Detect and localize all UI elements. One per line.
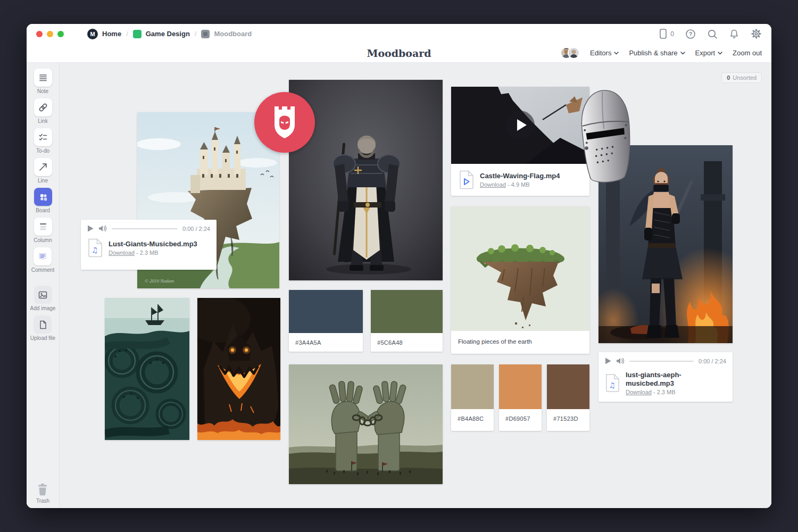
volume-button[interactable] — [616, 358, 625, 364]
image-card-sea-creature[interactable] — [105, 298, 189, 440]
video-card-castle-flag[interactable]: Castle-Waving-Flag.mp4 Download - 4.9 MB — [451, 87, 589, 196]
board-icon-green — [133, 30, 142, 38]
avatar[interactable] — [568, 47, 580, 59]
file-name: Lust-Giants-Musicbed.mp3 — [109, 240, 197, 248]
publish-share-button[interactable]: Publish & share — [629, 49, 685, 57]
todo-icon — [38, 132, 48, 142]
file-name: Castle-Waving-Flag.mp4 — [480, 172, 560, 180]
progress-bar[interactable] — [629, 361, 694, 362]
play-button[interactable] — [87, 225, 94, 232]
help-button[interactable]: ? — [685, 29, 696, 39]
export-button[interactable]: Export — [695, 49, 723, 57]
chevron-down-icon — [680, 52, 685, 55]
tool-note[interactable]: Note — [34, 69, 52, 94]
tool-todo[interactable]: To-do — [34, 128, 52, 154]
editors-label: Editors — [590, 49, 611, 57]
minimize-window-button[interactable] — [47, 31, 53, 37]
breadcrumb-project-label: Game Design — [146, 30, 190, 38]
board-icon-gray — [201, 30, 210, 38]
tool-link[interactable]: Link — [34, 98, 52, 124]
breadcrumb-separator: / — [195, 30, 197, 38]
chevron-down-icon — [614, 52, 619, 55]
unsorted-count: 0 — [727, 74, 730, 81]
zoom-out-button[interactable]: Zoom out — [733, 49, 762, 57]
device-preview-button[interactable]: 0 — [658, 28, 674, 39]
mp4-file-icon — [459, 170, 475, 189]
audio-card-lust-giants[interactable]: 0:00 / 2:24 ♫ Lust-Giants-Musicbed.mp3 D… — [81, 220, 217, 270]
board-icon — [38, 192, 48, 202]
floating-island-image — [451, 206, 589, 331]
breadcrumb-current: Moodboard — [201, 30, 252, 38]
unsorted-label: Unsorted — [733, 74, 757, 81]
tool-label: Comment — [31, 267, 54, 273]
image-card-fire-demon[interactable] — [197, 298, 280, 440]
color-block[interactable] — [289, 290, 363, 333]
download-link[interactable]: Download — [626, 389, 652, 395]
unsorted-badge[interactable]: 0 Unsorted — [721, 72, 762, 83]
trash-icon — [36, 483, 49, 496]
download-link[interactable]: Download — [480, 181, 506, 188]
play-button[interactable] — [605, 358, 611, 364]
breadcrumb-home-label: Home — [102, 30, 121, 38]
shield-crest-icon — [254, 92, 315, 153]
tool-column[interactable]: Column — [34, 218, 52, 243]
download-link[interactable]: Download — [109, 250, 135, 256]
audio-card-lust-giants-aeph[interactable]: 0:00 / 2:24 ♫ lust-giants-aeph-musicbed.… — [598, 352, 733, 402]
close-window-button[interactable] — [36, 31, 43, 37]
color-swatch-card[interactable]: #D69057 — [499, 364, 542, 431]
svg-text:♫: ♫ — [92, 246, 98, 254]
comment-icon — [38, 252, 47, 261]
settings-button[interactable] — [751, 28, 762, 39]
image-knight-helmet[interactable] — [570, 84, 641, 187]
image-caption: Floating pieces of the earth — [451, 331, 589, 352]
color-swatch-card[interactable]: #71523D — [547, 364, 589, 431]
image-card-floating-island[interactable]: Floating pieces of the earth — [451, 206, 589, 354]
help-icon: ? — [685, 29, 696, 39]
breadcrumb-project[interactable]: Game Design — [133, 30, 190, 38]
color-block[interactable] — [499, 364, 542, 409]
volume-button[interactable] — [98, 225, 107, 232]
color-block[interactable] — [371, 290, 443, 333]
progress-bar[interactable] — [112, 228, 178, 229]
titlebar: M Home / Game Design / Moodboard 0 — [27, 24, 771, 44]
meta-separator: - — [136, 250, 138, 256]
device-icon — [658, 28, 668, 39]
color-swatch-card[interactable]: #3A4A5A — [289, 290, 363, 352]
tool-label: Upload file — [30, 335, 55, 341]
gear-icon — [751, 28, 762, 39]
line-arrow-icon — [38, 162, 48, 172]
app-window: M Home / Game Design / Moodboard 0 — [27, 24, 771, 508]
editors-menu-button[interactable]: Editors — [590, 49, 619, 57]
maximize-window-button[interactable] — [57, 31, 64, 37]
breadcrumb: M Home / Game Design / Moodboard — [87, 29, 252, 39]
trash[interactable]: Trash — [36, 483, 49, 504]
breadcrumb-home[interactable]: M Home — [87, 29, 121, 39]
color-block[interactable] — [547, 364, 589, 409]
tool-upload-file[interactable]: Upload file — [30, 315, 55, 341]
tool-comment[interactable]: Comment — [31, 247, 54, 273]
board-canvas[interactable]: Note Link To-do — [27, 63, 771, 508]
color-hex-label: #3A4A5A — [289, 333, 363, 353]
color-swatch-card[interactable]: #5C6A48 — [371, 290, 443, 352]
sea-creature-image — [105, 298, 189, 440]
tool-label: To-do — [36, 148, 49, 154]
tool-board[interactable]: Board — [34, 188, 52, 213]
notifications-button[interactable] — [729, 29, 739, 39]
image-card-giant-hands[interactable] — [289, 364, 443, 484]
tool-label: Column — [34, 237, 52, 243]
color-hex-label: #71523D — [547, 409, 589, 429]
search-button[interactable] — [707, 29, 718, 39]
editor-avatars[interactable] — [560, 47, 580, 59]
column-icon — [38, 222, 48, 231]
tool-line[interactable]: Line — [34, 158, 52, 184]
tool-label: Line — [38, 178, 48, 184]
color-swatch-card[interactable]: #B4A88C — [451, 364, 494, 431]
playback-time: 0:00 / 2:24 — [182, 226, 210, 232]
tool-add-image[interactable]: Add image — [30, 286, 56, 311]
game-logo-badge[interactable] — [254, 92, 315, 153]
color-block[interactable] — [451, 364, 494, 409]
upload-file-icon — [38, 320, 48, 330]
video-play-button[interactable] — [506, 111, 535, 139]
color-hex-label: #D69057 — [499, 409, 542, 429]
chevron-down-icon — [718, 52, 722, 55]
